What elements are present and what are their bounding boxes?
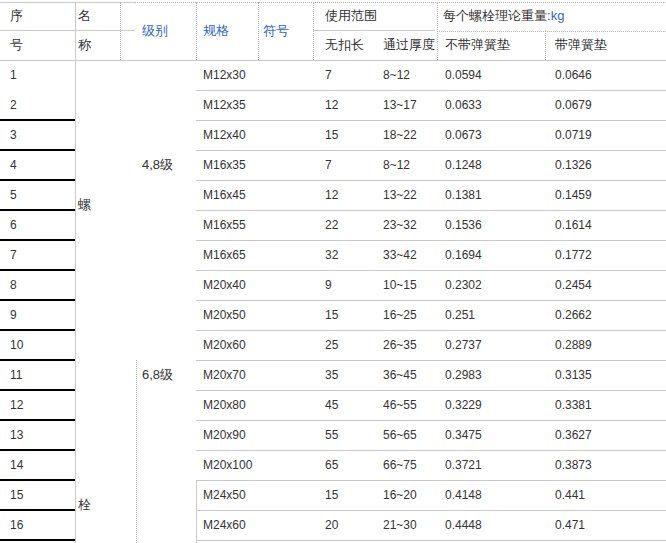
row-no-thread: 12	[325, 180, 370, 210]
row-spec: M20x80	[203, 390, 303, 420]
row-seq: 11	[10, 360, 70, 390]
grid-line	[196, 120, 666, 121]
seq-divider	[0, 359, 75, 361]
row-no-thread: 9	[325, 270, 370, 300]
seq-divider	[0, 299, 75, 301]
row-weight-with: 0.1772	[555, 240, 660, 270]
row-weight-without: 0.2737	[445, 330, 540, 360]
row-spec: M20x40	[203, 270, 303, 300]
row-spec: M20x70	[203, 360, 303, 390]
row-spec: M20x60	[203, 330, 303, 360]
row-weight-without: 0.3229	[445, 390, 540, 420]
grid-line	[196, 270, 666, 271]
row-no-thread: 22	[325, 210, 370, 240]
row-seq: 2	[10, 90, 70, 120]
row-seq: 12	[10, 390, 70, 420]
row-no-thread: 12	[325, 90, 370, 120]
grid-line	[196, 481, 197, 543]
row-weight-without: 0.1381	[445, 180, 540, 210]
row-weight-without: 0.2983	[445, 360, 540, 390]
grid-line	[196, 420, 666, 421]
row-seq: 13	[10, 420, 70, 450]
grid-line	[135, 2, 666, 3]
row-seq: 3	[10, 120, 70, 150]
header-spec: 规格	[203, 2, 256, 60]
row-weight-without: 0.2302	[445, 270, 540, 300]
row-through: 8~12	[383, 150, 431, 180]
row-spec: M16x35	[203, 150, 303, 180]
grid-line	[0, 30, 135, 31]
row-weight-with: 0.471	[555, 510, 660, 540]
grid-line	[196, 2, 197, 60]
header-symbol: 符号	[263, 2, 311, 60]
row-no-thread: 65	[325, 450, 370, 480]
row-weight-with: 0.2454	[555, 270, 660, 300]
grid-line	[0, 60, 666, 61]
grid-line	[196, 90, 666, 91]
grid-line	[196, 390, 666, 391]
row-through: 33~42	[383, 240, 431, 270]
row-weight-with: 0.3873	[555, 450, 660, 480]
seq-divider	[0, 509, 75, 511]
row-weight-without: 0.4448	[445, 510, 540, 540]
row-spec: M12x30	[203, 60, 303, 90]
row-weight-with: 0.0646	[555, 60, 660, 90]
grid-line	[196, 450, 666, 451]
row-weight-with: 0.441	[555, 480, 660, 510]
grid-line	[196, 210, 666, 211]
grid-line	[136, 360, 137, 543]
row-weight-without: 0.0673	[445, 120, 540, 150]
row-no-thread: 7	[325, 60, 370, 90]
row-through: 13~22	[383, 180, 431, 210]
row-spec: M24x60	[203, 510, 303, 540]
seq-divider	[0, 419, 75, 421]
seq-divider	[0, 149, 75, 151]
row-through: 13~17	[383, 90, 431, 120]
grid-line	[196, 510, 666, 511]
row-no-thread: 15	[325, 480, 370, 510]
row-no-thread: 35	[325, 360, 370, 390]
grid-line	[545, 30, 546, 60]
header-name-line2: 称	[78, 30, 130, 60]
row-weight-with: 0.1614	[555, 210, 660, 240]
row-weight-with: 0.2889	[555, 330, 660, 360]
row-weight-without: 0.3721	[445, 450, 540, 480]
header-seq-line1: 序	[10, 2, 70, 30]
row-no-thread: 15	[325, 120, 370, 150]
header-grade: 级别	[142, 2, 194, 60]
row-weight-without: 0.1248	[445, 150, 540, 180]
row-through: 10~15	[383, 270, 431, 300]
header-name-line1: 名	[78, 2, 130, 30]
grid-line	[75, 2, 76, 543]
row-no-thread: 7	[325, 150, 370, 180]
row-through: 16~25	[383, 300, 431, 330]
row-weight-without: 0.3475	[445, 420, 540, 450]
grade-4-8: 4,8级	[142, 150, 194, 180]
row-seq: 14	[10, 450, 70, 480]
row-no-thread: 15	[325, 300, 370, 330]
row-through: 16~20	[383, 480, 431, 510]
header-usage-group: 使用范围	[325, 2, 433, 30]
grid-line	[437, 31, 666, 32]
row-weight-without: 0.0594	[445, 60, 540, 90]
grid-line	[196, 180, 666, 181]
seq-divider	[0, 539, 75, 541]
row-spec: M16x55	[203, 210, 303, 240]
row-weight-without: 0.4148	[445, 480, 540, 510]
grid-line	[258, 2, 259, 60]
row-no-thread: 55	[325, 420, 370, 450]
row-through: 23~32	[383, 210, 431, 240]
name-char-luo: 螺	[78, 190, 130, 220]
row-spec: M20x90	[203, 420, 303, 450]
grid-line	[437, 2, 438, 60]
grid-line	[313, 2, 314, 60]
row-weight-with: 0.1459	[555, 180, 660, 210]
row-seq: 7	[10, 240, 70, 270]
row-spec: M12x40	[203, 120, 303, 150]
grid-line	[196, 300, 666, 301]
row-no-thread: 32	[325, 240, 370, 270]
row-through: 18~22	[383, 120, 431, 150]
seq-divider	[0, 209, 75, 211]
row-weight-with: 0.0719	[555, 120, 660, 150]
name-char-shuan: 栓	[78, 490, 130, 520]
